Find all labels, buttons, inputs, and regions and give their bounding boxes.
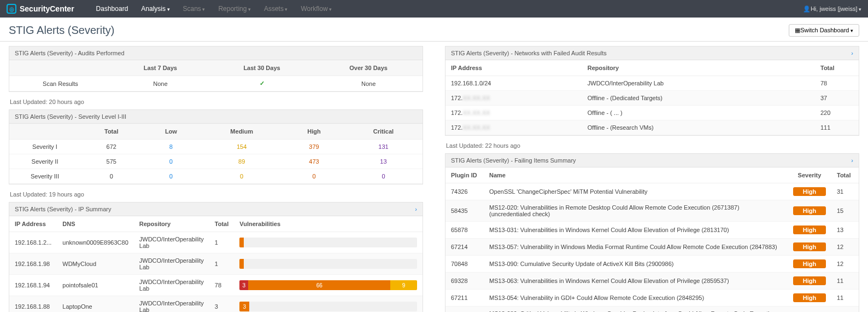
audits-table: Last 7 DaysLast 30 DaysOver 30 DaysScan … — [9, 60, 423, 91]
audits-updated: Last Updated: 20 hours ago — [9, 96, 423, 109]
severity-badge: High — [793, 242, 826, 251]
panel-title: STIG Alerts (Severity) - Networks with F… — [445, 47, 859, 60]
table-row[interactable]: Severity II57508947313 — [9, 154, 423, 169]
switch-dashboard-button[interactable]: Switch Dashboard — [789, 24, 859, 37]
vuln-bar — [239, 259, 417, 269]
table-row[interactable]: 74326OpenSSL 'ChangeCipherSpec' MiTM Pot… — [445, 183, 859, 200]
brand-icon: ◎ — [7, 4, 16, 14]
table-row[interactable]: Severity III00000 — [9, 169, 423, 184]
severity-badge: High — [793, 259, 826, 268]
table-row[interactable]: 70848MS13-090: Cumulative Security Updat… — [445, 256, 859, 273]
expand-icon[interactable]: › — [851, 50, 853, 56]
vuln-bar: 3669 — [239, 280, 417, 290]
page-title: STIG Alerts (Severity) — [9, 24, 114, 37]
panel-title: STIG Alerts (Severity) - Severity Level … — [9, 110, 423, 124]
nav-reporting[interactable]: Reporting — [218, 5, 251, 13]
networks-table: IP AddressRepositoryTotal192.168.1.0/24J… — [445, 60, 859, 135]
panel-title: STIG Alerts (Severity) - Audits Performe… — [9, 47, 423, 60]
table-row[interactable]: 69328MS13-063: Vulnerabilities in Window… — [445, 273, 859, 290]
table-row[interactable]: 172.XX.XX.XXOffline - (Dedicated Targets… — [445, 91, 859, 106]
table-row[interactable]: 58435MS12-020: Vulnerabilities in Remote… — [445, 200, 859, 222]
severity-badge: High — [793, 276, 826, 285]
user-menu[interactable]: Hi, jweiss [jweiss] — [803, 5, 861, 13]
table-row[interactable]: 192.168.1.88LaptopOneJWDCO/InterOperabil… — [9, 296, 423, 313]
panel-audits: STIG Alerts (Severity) - Audits Performe… — [9, 46, 423, 92]
vuln-bar: 3 — [239, 302, 417, 311]
table-row[interactable]: 192.168.1.2...unknown0009E8963C80JWDCO/I… — [9, 232, 423, 253]
table-row[interactable]: 192.168.1.98WDMyCloudJWDCO/InterOperabil… — [9, 253, 423, 275]
page-header: STIG Alerts (Severity) Switch Dashboard — [0, 18, 868, 42]
panel-ip-summary: STIG Alerts (Severity) - IP Summary › IP… — [9, 202, 423, 312]
expand-icon[interactable]: › — [415, 206, 417, 212]
left-column: STIG Alerts (Severity) - Audits Performe… — [9, 46, 423, 312]
table-row[interactable]: 70847MS13-089: Critical Vulnerability in… — [445, 307, 859, 313]
ip-summary-table: IP AddressDNSRepositoryTotalVulnerabilit… — [9, 216, 423, 312]
nav-links: DashboardAnalysisScansReportingAssetsWor… — [96, 5, 332, 13]
brand[interactable]: ◎ SecurityCenter — [7, 4, 74, 14]
check-icon: ✓ — [260, 80, 265, 86]
right-column: STIG Alerts (Severity) - Networks with F… — [445, 46, 859, 312]
nav-workflow[interactable]: Workflow — [301, 5, 332, 13]
top-nav: ◎ SecurityCenter DashboardAnalysisScansR… — [0, 0, 868, 18]
table-row[interactable]: Severity I6728154379131 — [9, 140, 423, 154]
panel-severity-levels: STIG Alerts (Severity) - Severity Level … — [9, 109, 423, 184]
panel-title: STIG Alerts (Severity) - Failing Items S… — [445, 154, 859, 167]
table-row[interactable]: 192.168.1.0/24JWDCO/InterOperability Lab… — [445, 76, 859, 91]
vuln-bar — [239, 238, 417, 247]
table-row[interactable]: 172.XX.XX.XXOffline - ( ... )220 — [445, 106, 859, 120]
severity-table: TotalLowMediumHighCriticalSeverity I6728… — [9, 124, 423, 184]
expand-icon[interactable]: › — [851, 157, 853, 164]
severity-badge: High — [793, 293, 826, 302]
nav-dashboard[interactable]: Dashboard — [96, 5, 128, 13]
table-row[interactable]: 172.XX.XX.XXOffline - (Research VMs)111 — [445, 120, 859, 135]
table-row[interactable]: 192.168.1.94pointofsale01JWDCO/InterOper… — [9, 275, 423, 296]
panel-networks: STIG Alerts (Severity) - Networks with F… — [445, 46, 859, 136]
brand-text: SecurityCenter — [20, 4, 74, 13]
nav-assets[interactable]: Assets — [264, 5, 288, 13]
table-row[interactable]: 67214MS13-057: Vulnerability in Windows … — [445, 239, 859, 256]
nav-scans[interactable]: Scans — [183, 5, 206, 13]
levels-updated: Last Updated: 19 hours ago — [9, 189, 423, 202]
severity-badge: High — [793, 226, 826, 234]
networks-updated: Last Updated: 22 hours ago — [445, 140, 859, 153]
failing-table: Plugin IDNameSeverityTotal74326OpenSSL '… — [445, 167, 859, 312]
panel-title: STIG Alerts (Severity) - IP Summary › — [9, 203, 423, 216]
severity-badge: High — [793, 187, 826, 196]
table-row[interactable]: 65878MS13-031: Vulnerabilities in Window… — [445, 222, 859, 239]
severity-badge: High — [793, 206, 826, 215]
panel-failing: STIG Alerts (Severity) - Failing Items S… — [445, 153, 859, 312]
table-row[interactable]: 67211MS13-054: Vulnerability in GDI+ Cou… — [445, 290, 859, 307]
nav-analysis[interactable]: Analysis — [141, 5, 169, 13]
